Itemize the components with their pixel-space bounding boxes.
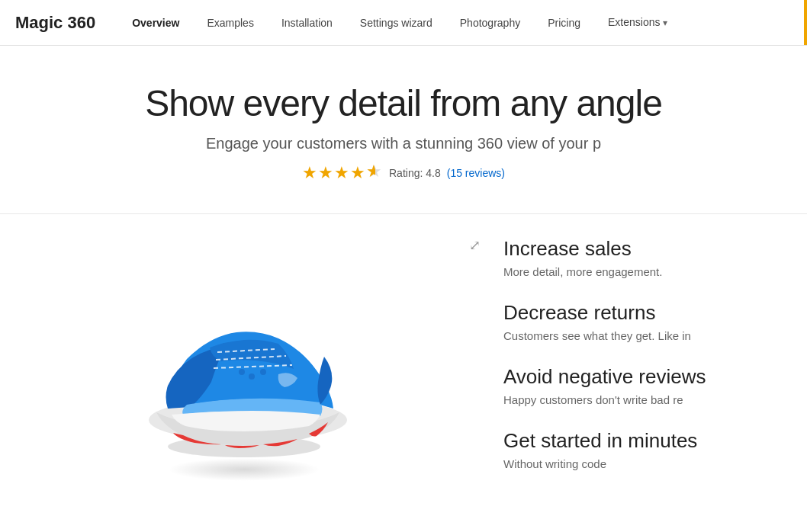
feature-title-decrease-returns: Decrease returns (503, 301, 792, 325)
star-4: ★ (350, 163, 365, 183)
hero-title: Show every detail from any angle (15, 84, 792, 124)
hero-subtitle: Engage your customers with a stunning 36… (15, 135, 792, 152)
feature-title-increase-sales: Increase sales (503, 237, 792, 261)
svg-point-6 (239, 369, 245, 375)
nav-link-extensions[interactable]: Extensions ▾ (594, 0, 681, 46)
shoe-ground-shadow (168, 458, 320, 481)
star-3: ★ (334, 163, 349, 183)
main-content: ⤢ (0, 214, 807, 532)
nav-link-overview[interactable]: Overview (118, 0, 193, 46)
rating-row: ★ ★ ★ ★ ★ ★ Rating: 4.8 (15 reviews) (15, 163, 792, 183)
extensions-dropdown-arrow: ▾ (663, 18, 667, 28)
expand-icon[interactable]: ⤢ (469, 237, 481, 254)
nav-item-settings-wizard[interactable]: Settings wizard (346, 0, 446, 46)
features-list: Increase sales More detail, more engagem… (488, 229, 807, 519)
feature-avoid-negative-reviews: Avoid negative reviews Happy customers d… (503, 365, 792, 406)
shoe-svg (126, 287, 362, 462)
star-5-half: ★ ★ (366, 163, 383, 180)
star-rating: ★ ★ ★ ★ ★ ★ (302, 163, 383, 183)
navbar: Magic 360 Overview Examples Installation… (0, 0, 807, 46)
nav-links: Overview Examples Installation Settings … (118, 0, 681, 46)
nav-link-photography[interactable]: Photography (446, 0, 534, 46)
hero-section: Show every detail from any angle Engage … (0, 46, 807, 198)
svg-point-4 (249, 373, 255, 380)
nav-link-pricing[interactable]: Pricing (534, 0, 594, 46)
nav-item-photography[interactable]: Photography (446, 0, 534, 46)
nav-link-installation[interactable]: Installation (268, 0, 346, 46)
reviews-link[interactable]: (15 reviews) (447, 167, 505, 179)
feature-title-avoid-negative-reviews: Avoid negative reviews (503, 365, 792, 389)
star-2: ★ (318, 163, 333, 183)
star-1: ★ (302, 163, 317, 183)
feature-desc-decrease-returns: Customers see what they get. Like in (503, 329, 792, 342)
nav-item-examples[interactable]: Examples (193, 0, 267, 46)
product-image-area: ⤢ (0, 229, 488, 519)
nav-item-installation[interactable]: Installation (268, 0, 346, 46)
feature-desc-increase-sales: More detail, more engagement. (503, 265, 792, 278)
rating-text: Rating: 4.8 (389, 167, 441, 179)
svg-point-5 (260, 369, 266, 375)
nav-link-settings-wizard[interactable]: Settings wizard (346, 0, 446, 46)
feature-desc-get-started: Without writing code (503, 457, 792, 470)
feature-get-started: Get started in minutes Without writing c… (503, 429, 792, 470)
feature-decrease-returns: Decrease returns Customers see what they… (503, 301, 792, 342)
nav-item-extensions[interactable]: Extensions ▾ (594, 0, 681, 46)
feature-increase-sales: Increase sales More detail, more engagem… (503, 237, 792, 278)
shoe-image[interactable] (122, 275, 366, 473)
nav-link-examples[interactable]: Examples (193, 0, 267, 46)
brand-logo[interactable]: Magic 360 (15, 13, 95, 33)
nav-item-pricing[interactable]: Pricing (534, 0, 594, 46)
nav-item-overview[interactable]: Overview (118, 0, 193, 46)
feature-title-get-started: Get started in minutes (503, 429, 792, 453)
feature-desc-avoid-negative-reviews: Happy customers don't write bad re (503, 393, 792, 406)
